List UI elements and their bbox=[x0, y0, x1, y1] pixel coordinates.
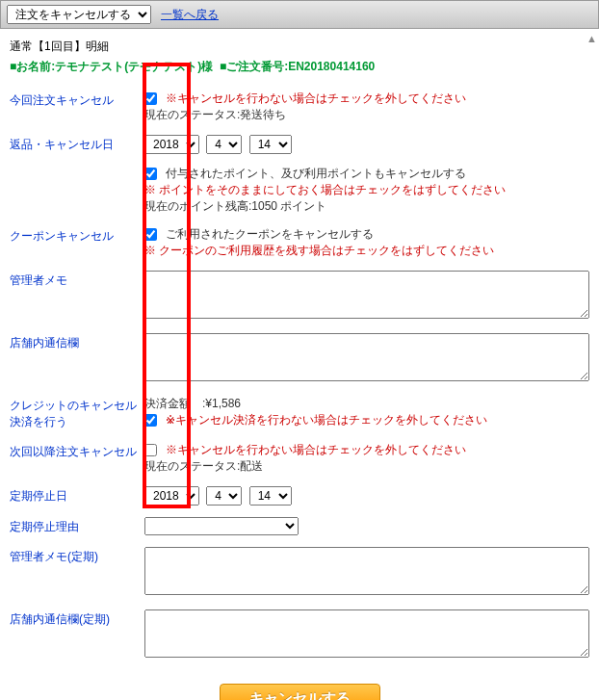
label-return-date: 返品・キャンセル日 bbox=[10, 135, 144, 153]
stop-date-day[interactable]: 14 bbox=[249, 486, 292, 506]
checkbox-cancel-now[interactable] bbox=[144, 92, 157, 105]
return-date-day[interactable]: 14 bbox=[249, 135, 292, 154]
warn-credit: ※キャンセル決済を行わない場合はチェックを外してください bbox=[166, 413, 487, 427]
label-credit: クレジットのキャンセル決済を行う bbox=[10, 396, 144, 430]
balance-points: 現在のポイント残高:1050 ポイント bbox=[144, 199, 326, 213]
toolbar: 注文をキャンセルする 一覧へ戻る bbox=[0, 0, 599, 29]
label-stop-reason: 定期停止理由 bbox=[10, 517, 144, 535]
textarea-internal-memo-teiki[interactable] bbox=[144, 609, 589, 658]
warn-coupon: ※ クーポンのご利用履歴を残す場合はチェックをはずしてください bbox=[144, 244, 494, 257]
stop-date-month[interactable]: 4 bbox=[206, 486, 242, 506]
order-info: ■お名前:テモナテスト(テモナテスト)様 ■ご注文番号:EN2018041416… bbox=[10, 59, 589, 85]
label-future-cancel: 次回以降注文キャンセル bbox=[10, 442, 144, 460]
checkbox-credit[interactable] bbox=[144, 414, 157, 427]
checkbox-points[interactable] bbox=[144, 168, 157, 180]
label-internal-memo: 店舗内通信欄 bbox=[10, 333, 144, 351]
stop-date-year[interactable]: 2018 bbox=[144, 486, 199, 506]
return-date-year[interactable]: 2018 bbox=[144, 135, 199, 154]
label-internal-memo-teiki: 店舗内通信欄(定期) bbox=[10, 609, 144, 628]
label-admin-memo: 管理者メモ bbox=[10, 271, 144, 289]
back-link[interactable]: 一覧へ戻る bbox=[161, 7, 219, 23]
page-title: 通常【1回目】明細 bbox=[10, 35, 589, 59]
label-cancel-now: 今回注文キャンセル bbox=[10, 91, 144, 109]
warn-points: ※ ポイントをそのままにしておく場合はチェックをはずしてください bbox=[144, 183, 506, 196]
textarea-internal-memo[interactable] bbox=[144, 333, 589, 381]
select-stop-reason[interactable] bbox=[144, 517, 299, 535]
label-stop-date: 定期停止日 bbox=[10, 486, 144, 505]
scroll-up-icon: ▲ bbox=[586, 33, 597, 44]
text-coupon: ご利用されたクーポンをキャンセルする bbox=[166, 227, 374, 241]
credit-amount: 決済金額 :¥1,586 bbox=[144, 397, 241, 410]
text-points: 付与されたポイント、及び利用ポイントもキャンセルする bbox=[166, 167, 466, 180]
warn-cancel-now: ※キャンセルを行わない場合はチェックを外してください bbox=[166, 91, 466, 105]
label-admin-memo-teiki: 管理者メモ(定期) bbox=[10, 547, 144, 565]
checkbox-future-cancel[interactable] bbox=[144, 444, 157, 456]
content: ▲ ▼ 通常【1回目】明細 ■お名前:テモナテスト(テモナテスト)様 ■ご注文番… bbox=[0, 29, 599, 700]
return-date-month[interactable]: 4 bbox=[206, 135, 242, 154]
textarea-admin-memo[interactable] bbox=[144, 271, 589, 319]
action-select[interactable]: 注文をキャンセルする bbox=[7, 5, 151, 24]
submit-button[interactable]: キャンセルする bbox=[220, 684, 380, 700]
status-future-cancel: 現在のステータス:配送 bbox=[144, 459, 263, 473]
status-cancel-now: 現在のステータス:発送待ち bbox=[144, 108, 286, 121]
label-coupon: クーポンキャンセル bbox=[10, 226, 144, 245]
checkbox-coupon[interactable] bbox=[144, 228, 157, 241]
textarea-admin-memo-teiki[interactable] bbox=[144, 547, 589, 595]
warn-future-cancel: ※キャンセルを行わない場合はチェックを外してください bbox=[166, 443, 466, 456]
